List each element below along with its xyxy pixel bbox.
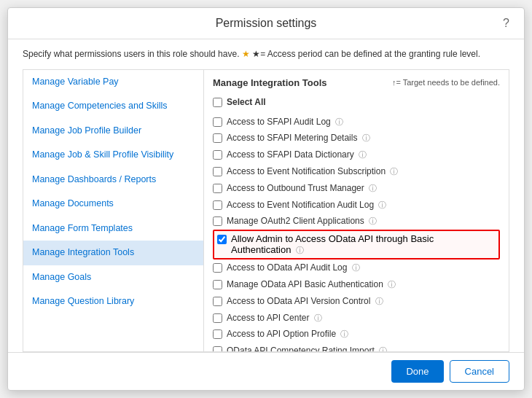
checkbox-item-0: Select All bbox=[213, 94, 500, 111]
info-icon-3[interactable]: ⓘ bbox=[359, 150, 367, 159]
left-panel-item-2[interactable]: Manage Job Profile Builder bbox=[23, 119, 203, 144]
description-text: Specify what permissions users in this r… bbox=[23, 48, 509, 61]
checkbox-input-13[interactable] bbox=[213, 329, 222, 339]
checkbox-input-6[interactable] bbox=[213, 200, 222, 210]
checkbox-label-8[interactable]: Allow Admin to Access OData API through … bbox=[231, 233, 496, 256]
checkbox-label-2[interactable]: Access to SFAPI Metering Details ⓘ bbox=[227, 132, 370, 144]
checkbox-input-1[interactable] bbox=[213, 117, 222, 127]
modal-title: Permission settings bbox=[216, 17, 317, 30]
help-icon[interactable]: ? bbox=[503, 17, 509, 30]
checkbox-input-2[interactable] bbox=[213, 133, 222, 143]
checkbox-item-7: Manage OAuth2 Client Applications ⓘ bbox=[213, 213, 500, 230]
left-panel-item-1[interactable]: Manage Competencies and Skills bbox=[23, 94, 203, 119]
checkbox-item-4: Access to Event Notification Subscriptio… bbox=[213, 163, 500, 180]
checkbox-label-7[interactable]: Manage OAuth2 Client Applications ⓘ bbox=[227, 215, 377, 227]
info-icon-11[interactable]: ⓘ bbox=[375, 297, 383, 305]
checkbox-label-9[interactable]: Access to OData API Audit Log ⓘ bbox=[227, 262, 360, 274]
checkbox-item-12: Access to API Center ⓘ bbox=[213, 310, 500, 327]
checkbox-input-8[interactable] bbox=[217, 235, 227, 244]
info-icon-10[interactable]: ⓘ bbox=[388, 280, 396, 289]
checkbox-label-11[interactable]: Access to OData API Version Control ⓘ bbox=[227, 295, 383, 308]
checkbox-input-3[interactable] bbox=[213, 150, 222, 160]
checkbox-label-10[interactable]: Manage OData API Basic Authentication ⓘ bbox=[227, 278, 396, 291]
modal-body: Specify what permissions users in this r… bbox=[8, 39, 524, 352]
left-panel-item-7[interactable]: Manage Integration Tools bbox=[23, 241, 203, 265]
info-icon-13[interactable]: ⓘ bbox=[340, 329, 348, 338]
checkbox-label-12[interactable]: Access to API Center ⓘ bbox=[227, 312, 322, 324]
target-note: ↑= Target needs to be defined. bbox=[392, 78, 500, 87]
checkbox-label-14[interactable]: OData API Competency Rating Import ⓘ bbox=[227, 345, 387, 351]
checkbox-item-1: Access to SFAPI Audit Log ⓘ bbox=[213, 114, 500, 130]
checkbox-label-13[interactable]: Access to API Option Profile ⓘ bbox=[227, 328, 348, 340]
checkbox-input-5[interactable] bbox=[213, 184, 222, 193]
checkbox-input-9[interactable] bbox=[213, 263, 222, 273]
checkbox-input-0[interactable] bbox=[213, 98, 222, 107]
left-panel: Manage Variable PayManage Competencies a… bbox=[23, 70, 204, 351]
info-icon-6[interactable]: ⓘ bbox=[378, 200, 386, 209]
checkbox-input-4[interactable] bbox=[213, 167, 222, 176]
checkbox-label-4[interactable]: Access to Event Notification Subscriptio… bbox=[227, 165, 398, 178]
checkbox-item-6: Access to Event Notification Audit Log ⓘ bbox=[213, 197, 500, 214]
modal-header: Permission settings ? bbox=[8, 8, 524, 39]
left-panel-item-8[interactable]: Manage Goals bbox=[23, 265, 203, 290]
checkbox-item-13: Access to API Option Profile ⓘ bbox=[213, 326, 500, 343]
info-icon-5[interactable]: ⓘ bbox=[369, 184, 377, 192]
checkbox-item-14: OData API Competency Rating Import ⓘ bbox=[213, 343, 500, 351]
checkbox-item-11: Access to OData API Version Control ⓘ bbox=[213, 293, 500, 310]
info-icon-1[interactable]: ⓘ bbox=[335, 117, 343, 126]
left-panel-item-0[interactable]: Manage Variable Pay bbox=[23, 70, 203, 95]
info-icon-9[interactable]: ⓘ bbox=[352, 263, 360, 272]
permission-settings-modal: Permission settings ? Specify what permi… bbox=[7, 7, 525, 391]
checkbox-input-7[interactable] bbox=[213, 216, 222, 226]
checkbox-item-5: Access to Outbound Trust Manager ⓘ bbox=[213, 180, 500, 197]
checkbox-label-1[interactable]: Access to SFAPI Audit Log ⓘ bbox=[227, 116, 343, 128]
info-icon-14[interactable]: ⓘ bbox=[379, 346, 387, 351]
checkbox-item-3: Access to SFAPI Data Dictionary ⓘ bbox=[213, 147, 500, 163]
checkbox-list: Select All Access to SFAPI Audit Log ⓘ A… bbox=[213, 94, 500, 351]
left-panel-item-4[interactable]: Manage Dashboards / Reports bbox=[23, 168, 203, 192]
info-icon-2[interactable]: ⓘ bbox=[362, 133, 370, 142]
checkbox-item-8: Allow Admin to Access OData API through … bbox=[213, 230, 500, 260]
checkbox-item-10: Manage OData API Basic Authentication ⓘ bbox=[213, 276, 500, 293]
left-panel-item-3[interactable]: Manage Job & Skill Profile Visibility bbox=[23, 143, 203, 168]
info-icon-4[interactable]: ⓘ bbox=[390, 167, 398, 176]
checkbox-input-14[interactable] bbox=[213, 346, 222, 351]
checkbox-label-5[interactable]: Access to Outbound Trust Manager ⓘ bbox=[227, 182, 377, 195]
right-panel: Manage Integration Tools ↑= Target needs… bbox=[204, 70, 509, 351]
checkbox-label-3[interactable]: Access to SFAPI Data Dictionary ⓘ bbox=[227, 149, 367, 161]
left-panel-item-9[interactable]: Manage Question Library bbox=[23, 289, 203, 314]
checkbox-label-6[interactable]: Access to Event Notification Audit Log ⓘ bbox=[227, 199, 386, 211]
content-area: Manage Variable PayManage Competencies a… bbox=[23, 69, 509, 352]
info-icon-7[interactable]: ⓘ bbox=[369, 216, 377, 225]
checkbox-input-12[interactable] bbox=[213, 313, 222, 323]
highlighted-checkbox-row: Allow Admin to Access OData API through … bbox=[213, 230, 500, 260]
checkbox-input-10[interactable] bbox=[213, 280, 222, 289]
modal-footer: Done Cancel bbox=[8, 352, 524, 390]
right-panel-header: Manage Integration Tools ↑= Target needs… bbox=[213, 77, 500, 88]
info-icon-8[interactable]: ⓘ bbox=[296, 246, 304, 254]
cancel-button[interactable]: Cancel bbox=[450, 360, 509, 383]
checkbox-item-2: Access to SFAPI Metering Details ⓘ bbox=[213, 130, 500, 147]
done-button[interactable]: Done bbox=[391, 360, 443, 383]
right-panel-title: Manage Integration Tools bbox=[213, 77, 327, 88]
left-panel-item-6[interactable]: Manage Form Templates bbox=[23, 216, 203, 241]
left-panel-item-5[interactable]: Manage Documents bbox=[23, 192, 203, 216]
checkbox-label-select-all[interactable]: Select All bbox=[227, 96, 266, 109]
info-icon-12[interactable]: ⓘ bbox=[314, 313, 322, 322]
checkbox-item-9: Access to OData API Audit Log ⓘ bbox=[213, 260, 500, 276]
checkbox-input-11[interactable] bbox=[213, 297, 222, 306]
